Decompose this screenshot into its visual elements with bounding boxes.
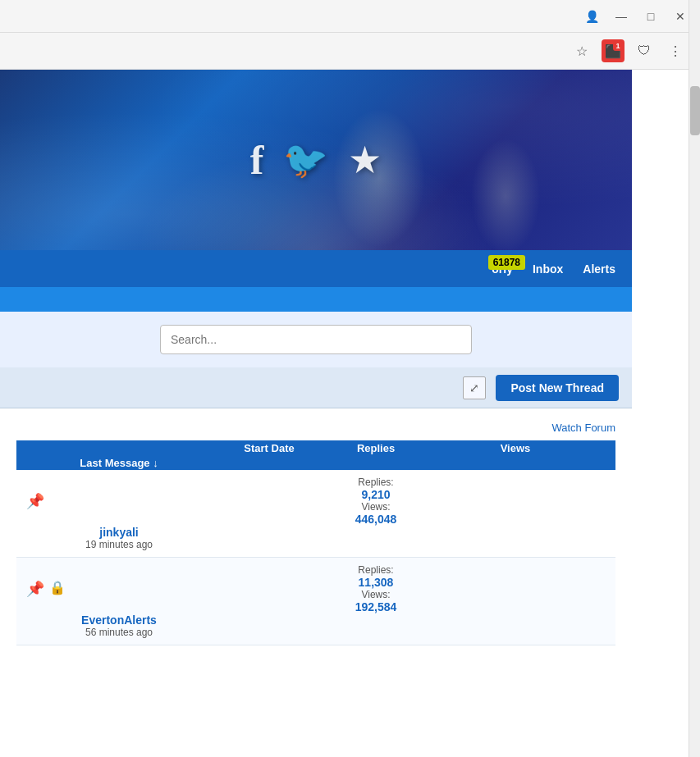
row-title-area: 📌: [26, 492, 212, 510]
browser-menu-icon[interactable]: ⋮: [664, 39, 687, 62]
expand-icon: ⤢: [469, 381, 479, 394]
page-content: f 🐦 ★ 61878 orly Inbox Alerts ⤢ Post New…: [0, 70, 632, 726]
header-replies[interactable]: Replies: [327, 442, 425, 454]
extensions-badge: 1: [613, 41, 623, 51]
bookmark-icon[interactable]: ☆: [570, 39, 593, 62]
minimize-button[interactable]: —: [610, 5, 633, 28]
forum-row: 📌 Replies: 9,210 Views: 446,048 jinkyali…: [16, 470, 615, 558]
content-area: Watch Forum Start Date Replies Views Las…: [0, 408, 632, 659]
hero-social-icons: f 🐦 ★: [250, 136, 382, 184]
row-replies-1: Replies: 9,210 Views: 446,048: [327, 477, 425, 526]
views-value-1: 446,048: [327, 513, 425, 526]
sub-nav-bar: [0, 287, 632, 312]
forum-table-header: Start Date Replies Views Last Message ↓: [16, 440, 615, 470]
post-new-thread-button[interactable]: Post New Thread: [496, 375, 619, 401]
pin-icon: 📌: [26, 492, 44, 510]
header-views[interactable]: Views: [425, 442, 606, 454]
minimize-icon: —: [615, 10, 627, 23]
replies-value-2: 11,308: [327, 576, 425, 589]
row-title-area-2: 📌 🔒: [26, 580, 212, 598]
views-label-2: Views:: [327, 589, 425, 600]
last-time-1: 19 minutes ago: [26, 539, 212, 550]
extensions-icon[interactable]: ⬛ 1: [602, 39, 625, 62]
nav-bar: 61878 orly Inbox Alerts: [0, 250, 632, 287]
pin-icon-2: 📌: [26, 580, 44, 598]
profile-icon: 👤: [585, 10, 599, 23]
last-user-1[interactable]: jinkyali: [26, 526, 212, 539]
scrollbar-thumb[interactable]: [690, 86, 700, 135]
maximize-button[interactable]: □: [639, 5, 662, 28]
last-user-2[interactable]: EvertonAlerts: [26, 613, 212, 627]
nav-item-inbox[interactable]: Inbox: [533, 262, 563, 276]
header-start-date[interactable]: Start Date: [212, 442, 327, 454]
row-last-msg-1: jinkyali 19 minutes ago: [26, 526, 212, 550]
maximize-icon: □: [647, 10, 654, 23]
last-time-2: 56 minutes ago: [26, 627, 212, 638]
replies-label-2: Replies:: [327, 564, 425, 576]
forum-row: 📌 🔒 Replies: 11,308 Views: 192,584 Evert…: [16, 558, 615, 645]
search-area: [0, 312, 632, 367]
favorite-star-icon[interactable]: ★: [348, 138, 382, 182]
close-icon: ✕: [675, 10, 685, 23]
lock-icon-2: 🔒: [49, 580, 66, 595]
thread-controls: ⤢ Post New Thread: [0, 367, 632, 408]
twitter-icon[interactable]: 🐦: [283, 139, 328, 181]
replies-label-1: Replies:: [327, 477, 425, 488]
ublock-icon[interactable]: 🛡: [633, 39, 656, 62]
notification-badge: 61878: [488, 255, 525, 270]
replies-value-1: 9,210: [327, 488, 425, 501]
hero-banner: f 🐦 ★: [0, 70, 632, 250]
nav-item-alerts[interactable]: Alerts: [583, 262, 615, 276]
watch-forum-link[interactable]: Watch Forum: [16, 422, 615, 434]
views-label-1: Views:: [327, 501, 425, 513]
views-value-2: 192,584: [327, 600, 425, 613]
header-last-message[interactable]: Last Message ↓: [26, 457, 212, 469]
profile-button[interactable]: 👤: [580, 5, 603, 28]
browser-toolbar: ☆ ⬛ 1 🛡 ⋮: [0, 33, 700, 70]
expand-button[interactable]: ⤢: [463, 376, 486, 399]
facebook-icon[interactable]: f: [250, 136, 264, 184]
row-replies-2: Replies: 11,308 Views: 192,584: [327, 564, 425, 613]
browser-titlebar: 👤 — □ ✕: [0, 0, 700, 33]
row-last-msg-2: EvertonAlerts 56 minutes ago: [26, 613, 212, 638]
search-input[interactable]: [160, 325, 472, 354]
scrollbar-track[interactable]: [689, 0, 700, 757]
